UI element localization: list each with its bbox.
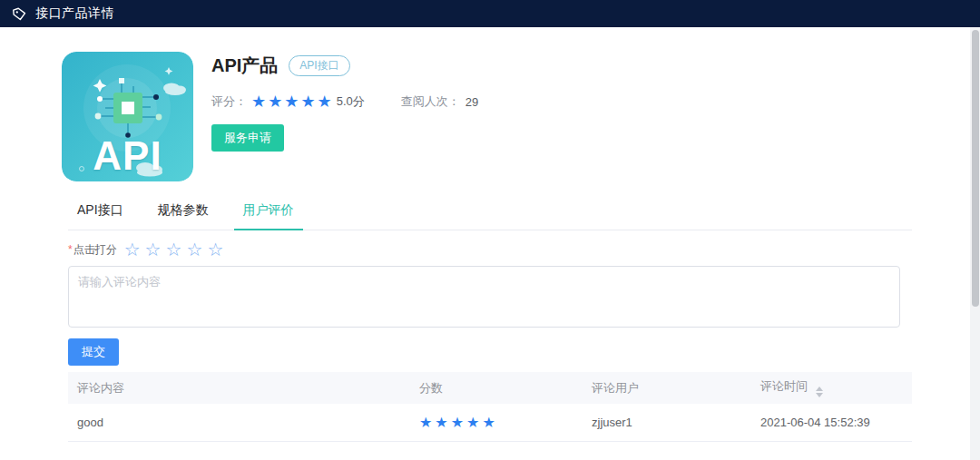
sort-desc-caret[interactable] [816, 393, 823, 397]
main-content: API API产品 API接口 评分： ★★★★★ 5.0分 查阅人次： 29 … [0, 27, 980, 442]
header-time[interactable]: 评论时间 [751, 372, 912, 404]
submit-button[interactable]: 提交 [68, 338, 119, 366]
tab-user-reviews[interactable]: 用户评价 [234, 202, 303, 230]
table-row: good ★★★★★ zjjuser1 2021-06-04 15:52:39 [68, 404, 912, 442]
product-image: API [62, 52, 193, 181]
tab-specs[interactable]: 规格参数 [149, 202, 218, 230]
scrollbar-thumb[interactable] [972, 30, 979, 307]
header-user: 评论用户 [583, 372, 751, 404]
rating-label: 评分： [211, 93, 247, 110]
header-score: 分数 [410, 372, 583, 404]
tag-icon [12, 6, 27, 22]
apply-service-button[interactable]: 服务申请 [211, 124, 284, 152]
table-header-row: 评论内容 分数 评论用户 评论时间 [68, 372, 912, 404]
product-info: API产品 API接口 评分： ★★★★★ 5.0分 查阅人次： 29 服务申请 [211, 52, 478, 181]
tab-api[interactable]: API接口 [68, 202, 132, 230]
comments-table: 评论内容 分数 评论用户 评论时间 good [68, 372, 912, 442]
views-count: 29 [466, 95, 478, 109]
rating-value: 5.0分 [337, 93, 365, 110]
comment-input[interactable] [68, 266, 900, 328]
cell-time: 2021-06-04 15:52:39 [751, 404, 912, 442]
cell-user: zjjuser1 [583, 404, 751, 442]
row-score-stars: ★★★★★ [419, 415, 498, 430]
page-title: 接口产品详情 [35, 5, 114, 22]
sort-icon[interactable] [816, 387, 823, 397]
sort-asc-caret[interactable] [816, 387, 823, 391]
rate-label: 点击打分 [74, 242, 117, 258]
product-type-badge: API接口 [289, 55, 349, 76]
required-mark: * [68, 243, 73, 256]
tab-bar: API接口 规格参数 用户评价 [68, 202, 912, 230]
cell-score: ★★★★★ [410, 404, 583, 442]
cell-comment-content: good [68, 404, 410, 442]
rate-star-input[interactable]: ☆☆☆☆☆ [124, 240, 229, 259]
product-section: API API产品 API接口 评分： ★★★★★ 5.0分 查阅人次： 29 … [62, 52, 912, 181]
rate-row: * 点击打分 ☆☆☆☆☆ [68, 240, 912, 259]
product-title: API产品 [211, 54, 278, 78]
rating-stars: ★★★★★ [251, 93, 334, 110]
header-comment-content: 评论内容 [68, 372, 410, 404]
views-label: 查阅人次： [401, 93, 460, 110]
product-image-api-text: API [62, 136, 193, 176]
top-navbar: 接口产品详情 [0, 0, 980, 27]
rating-row: 评分： ★★★★★ 5.0分 查阅人次： 29 [211, 93, 478, 110]
scrollbar-track[interactable] [970, 27, 980, 460]
